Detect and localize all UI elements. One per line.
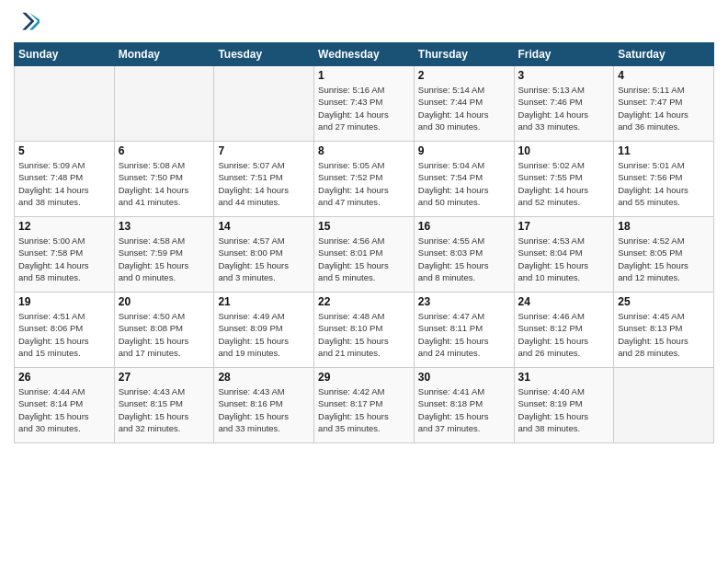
day-number: 18 bbox=[618, 220, 710, 233]
day-info: Sunrise: 5:05 AM Sunset: 7:52 PM Dayligh… bbox=[318, 159, 410, 208]
day-number: 14 bbox=[218, 220, 310, 233]
day-number: 20 bbox=[119, 295, 210, 308]
calendar-cell: 31Sunrise: 4:40 AM Sunset: 8:19 PM Dayli… bbox=[514, 368, 614, 443]
calendar-cell: 16Sunrise: 4:55 AM Sunset: 8:03 PM Dayli… bbox=[414, 217, 514, 293]
day-number: 23 bbox=[418, 295, 510, 308]
calendar-cell: 13Sunrise: 4:58 AM Sunset: 7:59 PM Dayli… bbox=[114, 217, 214, 293]
day-number: 26 bbox=[18, 371, 110, 384]
day-number: 11 bbox=[618, 144, 710, 157]
day-number: 29 bbox=[318, 371, 410, 384]
page: SundayMondayTuesdayWednesdayThursdayFrid… bbox=[0, 0, 728, 453]
day-info: Sunrise: 4:45 AM Sunset: 8:13 PM Dayligh… bbox=[618, 310, 710, 359]
logo bbox=[14, 9, 41, 35]
day-number: 31 bbox=[518, 371, 610, 384]
calendar-cell: 9Sunrise: 5:04 AM Sunset: 7:54 PM Daylig… bbox=[414, 142, 514, 217]
day-info: Sunrise: 4:51 AM Sunset: 8:06 PM Dayligh… bbox=[18, 310, 110, 359]
day-info: Sunrise: 4:48 AM Sunset: 8:10 PM Dayligh… bbox=[318, 310, 410, 359]
day-number: 25 bbox=[618, 295, 710, 308]
calendar-cell: 21Sunrise: 4:49 AM Sunset: 8:09 PM Dayli… bbox=[214, 293, 314, 368]
header-cell-thursday: Thursday bbox=[414, 43, 514, 66]
calendar-cell: 30Sunrise: 4:41 AM Sunset: 8:18 PM Dayli… bbox=[414, 368, 514, 443]
calendar-cell: 27Sunrise: 4:43 AM Sunset: 8:15 PM Dayli… bbox=[114, 368, 214, 443]
day-info: Sunrise: 4:44 AM Sunset: 8:14 PM Dayligh… bbox=[18, 385, 110, 434]
day-info: Sunrise: 4:46 AM Sunset: 8:12 PM Dayligh… bbox=[518, 310, 610, 359]
week-row-0: 1Sunrise: 5:16 AM Sunset: 7:43 PM Daylig… bbox=[15, 66, 714, 142]
calendar-cell: 6Sunrise: 5:08 AM Sunset: 7:50 PM Daylig… bbox=[114, 142, 214, 217]
day-info: Sunrise: 4:43 AM Sunset: 8:15 PM Dayligh… bbox=[119, 385, 210, 434]
header-cell-tuesday: Tuesday bbox=[214, 43, 314, 66]
day-info: Sunrise: 5:16 AM Sunset: 7:43 PM Dayligh… bbox=[318, 84, 410, 132]
day-info: Sunrise: 5:01 AM Sunset: 7:56 PM Dayligh… bbox=[618, 159, 710, 208]
calendar-cell: 7Sunrise: 5:07 AM Sunset: 7:51 PM Daylig… bbox=[214, 142, 314, 217]
day-info: Sunrise: 4:58 AM Sunset: 7:59 PM Dayligh… bbox=[119, 235, 210, 283]
header bbox=[14, 9, 714, 35]
day-number: 9 bbox=[418, 144, 510, 157]
calendar-cell: 12Sunrise: 5:00 AM Sunset: 7:58 PM Dayli… bbox=[15, 217, 115, 293]
day-number: 19 bbox=[18, 295, 110, 308]
day-info: Sunrise: 4:49 AM Sunset: 8:09 PM Dayligh… bbox=[218, 310, 310, 359]
day-info: Sunrise: 5:13 AM Sunset: 7:46 PM Dayligh… bbox=[518, 84, 610, 132]
day-number: 24 bbox=[518, 295, 610, 308]
week-row-2: 12Sunrise: 5:00 AM Sunset: 7:58 PM Dayli… bbox=[15, 217, 714, 293]
calendar-cell: 18Sunrise: 4:52 AM Sunset: 8:05 PM Dayli… bbox=[614, 217, 714, 293]
calendar-cell bbox=[114, 66, 214, 142]
day-info: Sunrise: 4:53 AM Sunset: 8:04 PM Dayligh… bbox=[518, 235, 610, 283]
day-number: 2 bbox=[418, 69, 510, 82]
calendar-cell: 8Sunrise: 5:05 AM Sunset: 7:52 PM Daylig… bbox=[314, 142, 415, 217]
header-cell-wednesday: Wednesday bbox=[314, 43, 415, 66]
day-info: Sunrise: 5:11 AM Sunset: 7:47 PM Dayligh… bbox=[618, 84, 710, 132]
calendar-cell: 15Sunrise: 4:56 AM Sunset: 8:01 PM Dayli… bbox=[314, 217, 415, 293]
day-number: 4 bbox=[618, 69, 710, 82]
calendar-cell bbox=[614, 368, 714, 443]
day-number: 10 bbox=[518, 144, 610, 157]
calendar-header: SundayMondayTuesdayWednesdayThursdayFrid… bbox=[15, 43, 714, 66]
calendar-cell: 4Sunrise: 5:11 AM Sunset: 7:47 PM Daylig… bbox=[614, 66, 714, 142]
day-info: Sunrise: 4:52 AM Sunset: 8:05 PM Dayligh… bbox=[618, 235, 710, 283]
calendar-cell bbox=[214, 66, 314, 142]
day-number: 5 bbox=[18, 144, 110, 157]
day-number: 21 bbox=[218, 295, 310, 308]
day-info: Sunrise: 5:08 AM Sunset: 7:50 PM Dayligh… bbox=[119, 159, 210, 208]
calendar-cell: 14Sunrise: 4:57 AM Sunset: 8:00 PM Dayli… bbox=[214, 217, 314, 293]
day-number: 22 bbox=[318, 295, 410, 308]
day-info: Sunrise: 4:40 AM Sunset: 8:19 PM Dayligh… bbox=[518, 385, 610, 434]
day-info: Sunrise: 4:55 AM Sunset: 8:03 PM Dayligh… bbox=[418, 235, 510, 283]
day-info: Sunrise: 4:41 AM Sunset: 8:18 PM Dayligh… bbox=[418, 385, 510, 434]
day-number: 17 bbox=[518, 220, 610, 233]
calendar-cell: 25Sunrise: 4:45 AM Sunset: 8:13 PM Dayli… bbox=[614, 293, 714, 368]
calendar-cell: 11Sunrise: 5:01 AM Sunset: 7:56 PM Dayli… bbox=[614, 142, 714, 217]
day-info: Sunrise: 5:14 AM Sunset: 7:44 PM Dayligh… bbox=[418, 84, 510, 132]
calendar-cell: 1Sunrise: 5:16 AM Sunset: 7:43 PM Daylig… bbox=[314, 66, 415, 142]
calendar-cell: 3Sunrise: 5:13 AM Sunset: 7:46 PM Daylig… bbox=[514, 66, 614, 142]
calendar-cell: 17Sunrise: 4:53 AM Sunset: 8:04 PM Dayli… bbox=[514, 217, 614, 293]
day-number: 13 bbox=[119, 220, 210, 233]
calendar-cell: 23Sunrise: 4:47 AM Sunset: 8:11 PM Dayli… bbox=[414, 293, 514, 368]
calendar-cell: 26Sunrise: 4:44 AM Sunset: 8:14 PM Dayli… bbox=[15, 368, 115, 443]
day-info: Sunrise: 4:47 AM Sunset: 8:11 PM Dayligh… bbox=[418, 310, 510, 359]
calendar-cell: 2Sunrise: 5:14 AM Sunset: 7:44 PM Daylig… bbox=[414, 66, 514, 142]
calendar-cell: 10Sunrise: 5:02 AM Sunset: 7:55 PM Dayli… bbox=[514, 142, 614, 217]
day-number: 12 bbox=[18, 220, 110, 233]
day-number: 15 bbox=[318, 220, 410, 233]
day-number: 30 bbox=[418, 371, 510, 384]
day-number: 3 bbox=[518, 69, 610, 82]
calendar-cell: 19Sunrise: 4:51 AM Sunset: 8:06 PM Dayli… bbox=[15, 293, 115, 368]
day-number: 6 bbox=[119, 144, 210, 157]
calendar-cell: 22Sunrise: 4:48 AM Sunset: 8:10 PM Dayli… bbox=[314, 293, 415, 368]
day-info: Sunrise: 5:04 AM Sunset: 7:54 PM Dayligh… bbox=[418, 159, 510, 208]
calendar-cell: 24Sunrise: 4:46 AM Sunset: 8:12 PM Dayli… bbox=[514, 293, 614, 368]
calendar-table: SundayMondayTuesdayWednesdayThursdayFrid… bbox=[14, 42, 714, 443]
day-number: 7 bbox=[218, 144, 310, 157]
calendar-cell: 20Sunrise: 4:50 AM Sunset: 8:08 PM Dayli… bbox=[114, 293, 214, 368]
header-row: SundayMondayTuesdayWednesdayThursdayFrid… bbox=[15, 43, 714, 66]
header-cell-friday: Friday bbox=[514, 43, 614, 66]
day-info: Sunrise: 4:43 AM Sunset: 8:16 PM Dayligh… bbox=[218, 385, 310, 434]
day-number: 28 bbox=[218, 371, 310, 384]
header-cell-monday: Monday bbox=[114, 43, 214, 66]
calendar-body: 1Sunrise: 5:16 AM Sunset: 7:43 PM Daylig… bbox=[15, 66, 714, 443]
calendar-cell: 5Sunrise: 5:09 AM Sunset: 7:48 PM Daylig… bbox=[15, 142, 115, 217]
day-info: Sunrise: 5:07 AM Sunset: 7:51 PM Dayligh… bbox=[218, 159, 310, 208]
logo-icon bbox=[14, 9, 40, 35]
header-cell-saturday: Saturday bbox=[614, 43, 714, 66]
week-row-4: 26Sunrise: 4:44 AM Sunset: 8:14 PM Dayli… bbox=[15, 368, 714, 443]
